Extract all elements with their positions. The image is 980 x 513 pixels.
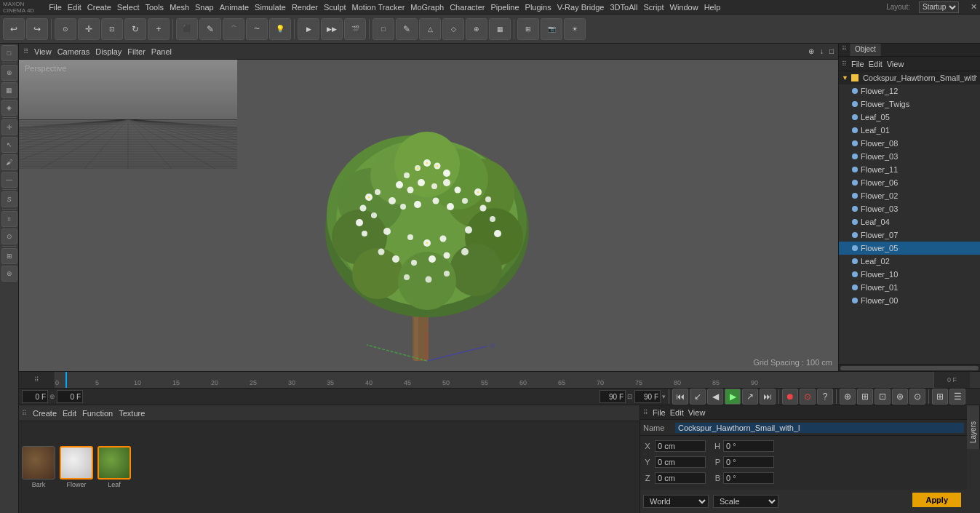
- vtool-polyobj[interactable]: □: [1, 45, 17, 61]
- apply-button[interactable]: Apply: [912, 493, 961, 507]
- snap3-btn[interactable]: ⊡: [875, 389, 891, 405]
- step-fwd-btn[interactable]: ↗: [742, 389, 758, 405]
- menu-plugins[interactable]: Plugins: [522, 1, 554, 13]
- schematic-btn[interactable]: ⊞: [932, 389, 948, 405]
- mat-function[interactable]: Function: [82, 409, 113, 418]
- vtool-paint[interactable]: 🖌: [1, 154, 17, 170]
- snap-btn[interactable]: ⊕: [840, 389, 856, 405]
- light-icon-btn[interactable]: ☀: [564, 18, 586, 40]
- menu-file[interactable]: File: [46, 1, 65, 13]
- menu-select[interactable]: Select: [114, 1, 143, 13]
- obj-flower02[interactable]: Flower_02: [839, 189, 980, 202]
- menu-render[interactable]: Render: [289, 1, 321, 13]
- vtool-sculpt[interactable]: ◈: [1, 100, 17, 116]
- vtool-uvw[interactable]: ⊕: [1, 65, 17, 81]
- poly-btn[interactable]: +: [148, 18, 170, 40]
- undo-btn[interactable]: ↩: [3, 18, 25, 40]
- vtool-move[interactable]: ✛: [1, 119, 17, 135]
- timeline-btn[interactable]: ☰: [949, 389, 965, 405]
- vtool-sline[interactable]: —: [1, 172, 17, 188]
- z-pos-input[interactable]: [655, 472, 706, 484]
- play-btn[interactable]: ▶: [725, 389, 741, 405]
- obj-file-menu[interactable]: File: [851, 60, 864, 68]
- redo-btn[interactable]: ↪: [26, 18, 48, 40]
- render-anim-btn[interactable]: ▶▶: [321, 18, 343, 40]
- vtool-world[interactable]: ⊛: [1, 266, 17, 282]
- obj-root[interactable]: ▼ Cockspur_Hawthorn_Small_with_: [839, 71, 980, 84]
- h-rot-input[interactable]: [723, 440, 774, 452]
- current-frame-input[interactable]: [22, 390, 48, 403]
- obj-flower01[interactable]: Flower_01: [839, 281, 980, 294]
- close-btn[interactable]: ✕: [971, 2, 977, 12]
- menu-vray[interactable]: V-Ray Bridge: [554, 1, 607, 13]
- play-back-btn[interactable]: ◀: [707, 389, 723, 405]
- record-btn[interactable]: ⏺: [782, 389, 798, 405]
- obj-panel-scrollbar[interactable]: [839, 364, 980, 371]
- snap4-btn[interactable]: ⊛: [892, 389, 908, 405]
- light-btn[interactable]: 💡: [269, 18, 291, 40]
- menu-create[interactable]: Create: [84, 1, 114, 13]
- axis-btn[interactable]: ⊞: [517, 18, 539, 40]
- y-pos-input[interactable]: [655, 456, 706, 468]
- fps-input[interactable]: [634, 390, 661, 403]
- layers-tab[interactable]: Layers: [967, 405, 980, 449]
- material-flower[interactable]: Flower: [60, 446, 93, 488]
- obj-mode-btn[interactable]: □: [373, 18, 394, 40]
- x-pos-input[interactable]: [655, 440, 706, 452]
- viewport-icon-2[interactable]: ↓: [820, 47, 824, 55]
- vtool-magnet[interactable]: ⊙: [1, 228, 17, 244]
- b-rot-input[interactable]: [723, 472, 774, 484]
- menu-window[interactable]: Window: [667, 1, 701, 13]
- camera-btn[interactable]: 📷: [541, 18, 562, 40]
- autokey-btn[interactable]: ⊙: [800, 389, 816, 405]
- mat-edit[interactable]: Edit: [63, 409, 76, 418]
- uv-mode-btn[interactable]: ⊕: [466, 18, 487, 40]
- viewport-icon-3[interactable]: □: [829, 47, 834, 55]
- obj-flower00[interactable]: Flower_00: [839, 294, 980, 307]
- menu-mograph[interactable]: MoGraph: [407, 1, 447, 13]
- menu-script[interactable]: Script: [640, 1, 666, 13]
- obj-edit-menu[interactable]: Edit: [869, 60, 883, 68]
- material-bark[interactable]: Bark: [22, 446, 55, 488]
- obj-flower05[interactable]: Flower_05: [839, 242, 980, 255]
- obj-leaf01[interactable]: Leaf_01: [839, 124, 980, 137]
- menu-3dtoall[interactable]: 3DToAll: [607, 1, 640, 13]
- sdf-btn[interactable]: ▦: [489, 18, 511, 40]
- obj-flower03[interactable]: Flower_03: [839, 150, 980, 163]
- snap2-btn[interactable]: ⊞: [857, 389, 873, 405]
- cube-btn[interactable]: ⬛: [176, 18, 198, 40]
- attr-view-menu[interactable]: View: [688, 408, 706, 417]
- vtool-axis2[interactable]: ⊞: [1, 248, 17, 264]
- render-frame-btn[interactable]: ▶: [298, 18, 319, 40]
- vtool-s[interactable]: S: [1, 191, 17, 207]
- obj-flower07[interactable]: Flower_07: [839, 228, 980, 242]
- layout-dropdown[interactable]: Startup: [919, 1, 959, 13]
- scale-btn[interactable]: ⊡: [101, 18, 123, 40]
- obj-flower06[interactable]: Flower_06: [839, 176, 980, 189]
- viewport-view[interactable]: View: [34, 47, 52, 56]
- attr-file-menu[interactable]: File: [653, 408, 666, 417]
- end-frame-input[interactable]: [599, 390, 626, 403]
- timeline-track[interactable]: 0 5 10 15 20 25 30 35 40 45 50 55 60 65 …: [55, 372, 933, 388]
- viewport-cameras[interactable]: Cameras: [57, 47, 90, 56]
- viewport-icon-1[interactable]: ⊕: [808, 47, 814, 55]
- attr-edit-menu[interactable]: Edit: [670, 408, 684, 417]
- menu-mesh[interactable]: Mesh: [167, 1, 192, 13]
- menu-help[interactable]: Help: [701, 1, 724, 13]
- menu-sculpt[interactable]: Sculpt: [321, 1, 349, 13]
- vtool-select2[interactable]: ↖: [1, 137, 17, 153]
- snap5-btn[interactable]: ⊙: [909, 389, 925, 405]
- vtool-texture[interactable]: ▦: [1, 82, 17, 98]
- obj-flower12[interactable]: Flower_12: [839, 84, 980, 98]
- world-dropdown[interactable]: World Object: [643, 495, 709, 508]
- obj-flower03b[interactable]: Flower_03: [839, 202, 980, 215]
- menu-character[interactable]: Character: [447, 1, 487, 13]
- move-btn[interactable]: ✛: [78, 18, 100, 40]
- goto-end-btn[interactable]: ⏭: [760, 389, 776, 405]
- menu-tools[interactable]: Tools: [142, 1, 167, 13]
- material-leaf[interactable]: Leaf: [97, 446, 131, 488]
- poly-mode-btn[interactable]: ✎: [396, 18, 418, 40]
- viewport-3d[interactable]: Perspective: [19, 60, 838, 371]
- point-mode-btn[interactable]: ◇: [442, 18, 464, 40]
- rotate-btn[interactable]: ↻: [124, 18, 146, 40]
